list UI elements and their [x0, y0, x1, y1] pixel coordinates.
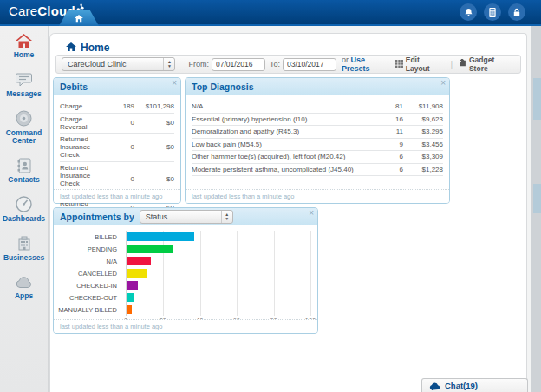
to-label: To: — [270, 60, 280, 69]
bar-track — [127, 267, 310, 279]
chart-row: PENDING — [57, 243, 126, 255]
table-row: Essential (primary) hypertension (I10)16… — [192, 114, 443, 127]
row-amount: $3,456 — [403, 140, 443, 148]
table-row: Returned Insurance Check0$0 — [60, 134, 174, 162]
bar-track — [127, 304, 310, 316]
bar-track-inner — [127, 279, 310, 291]
row-count: 0 — [108, 143, 134, 151]
sidebar-item-command-center[interactable]: Command Center — [0, 104, 48, 152]
chat-bar[interactable]: Chat(19) — [421, 378, 528, 392]
from-date-input[interactable] — [212, 58, 265, 71]
bar-track — [127, 255, 310, 267]
gridline — [310, 231, 311, 316]
top-bar: CareCloud — [0, 0, 541, 26]
sidebar-item-label: Dashboards — [3, 215, 45, 224]
bar-track — [127, 291, 310, 304]
appointments-panel: Appointments by Status ▲▼ × BILLEDPENDIN… — [53, 207, 318, 334]
row-label: N/A — [192, 102, 377, 110]
row-label: Returned Insurance Check — [60, 135, 108, 159]
bar-label: CHECKED-OUT — [57, 294, 121, 302]
sidebar-item-apps[interactable]: Apps — [0, 267, 48, 306]
calculator-icon[interactable] — [484, 3, 501, 21]
sidebar-item-label: Contacts — [8, 176, 39, 185]
row-amount: $9,623 — [403, 115, 443, 123]
bar-track-inner — [127, 255, 310, 267]
filter-toolbar: CareCloud Clinic ▲▼ From: To: or Use Pre… — [55, 55, 521, 74]
debits-last-updated: last updated less than a minute ago — [54, 189, 180, 203]
to-date-input[interactable] — [283, 58, 336, 71]
scrollbar-track[interactable] — [531, 26, 541, 392]
table-row: N/A81$11,908 — [192, 101, 443, 114]
bar-track — [127, 243, 310, 255]
close-icon[interactable]: × — [440, 79, 446, 88]
debits-panel-header: Debits — [54, 78, 180, 95]
bar-checked-in — [127, 281, 138, 290]
sidebar-item-dashboards[interactable]: Dashboards — [0, 190, 48, 229]
appointments-title: Appointments by — [60, 212, 134, 222]
row-count: 81 — [377, 102, 403, 110]
bar-checked-out — [127, 293, 134, 302]
bar-label: PENDING — [57, 245, 121, 253]
row-count: 16 — [377, 115, 403, 123]
sidebar-item-label: Command Center — [0, 129, 48, 147]
dashboards-icon — [16, 196, 33, 213]
breadcrumb: Home — [66, 40, 109, 56]
grid-icon — [395, 60, 403, 69]
bar-track-inner — [127, 231, 310, 243]
row-label: Charge — [60, 102, 108, 110]
command-center-icon — [16, 110, 33, 127]
edit-layout-button[interactable]: Edit Layout — [395, 56, 446, 73]
sidebar-item-messages[interactable]: Messages — [0, 65, 48, 104]
bar-pending — [127, 245, 173, 253]
bar-label: BILLED — [57, 233, 121, 241]
bar-track-inner — [127, 291, 310, 304]
bar-cancelled — [127, 269, 147, 278]
sidebar-item-label: Businesses — [3, 254, 44, 263]
status-select[interactable]: Status ▲▼ — [140, 210, 233, 224]
bell-icon[interactable] — [460, 3, 477, 21]
page-title: Home — [81, 42, 109, 54]
breadcrumb-home-icon — [66, 40, 76, 56]
chart-row: MANUALLY BILLED — [57, 304, 126, 316]
appointments-panel-header: Appointments by Status ▲▼ — [54, 208, 317, 225]
sidebar-item-label: Home — [14, 51, 35, 60]
practice-select[interactable]: CareCloud Clinic ▲▼ — [62, 57, 175, 71]
chart-plot-area — [126, 231, 310, 316]
contacts-icon — [16, 157, 33, 174]
home-tab-icon — [75, 10, 83, 26]
top-diagnosis-panel-header: Top Diagnosis — [186, 78, 449, 95]
sidebar-item-home[interactable]: Home — [0, 26, 48, 65]
row-amount: $3,309 — [403, 153, 443, 160]
row-count: 0 — [108, 119, 134, 127]
sidebar-item-businesses[interactable]: Businesses — [0, 229, 48, 268]
bar-billed — [127, 232, 194, 241]
table-row: Moderate persistent asthma, uncomplicate… — [192, 164, 443, 177]
bar-manually-billed — [127, 305, 132, 314]
scrollbar-thumb[interactable] — [533, 78, 541, 120]
main-content: Home CareCloud Clinic ▲▼ From: To: or Us… — [49, 33, 527, 392]
sidebar-item-label: Apps — [15, 292, 33, 301]
row-count: 11 — [377, 127, 403, 135]
edge-fragment — [533, 184, 541, 213]
bar-label: CHECKED-IN — [57, 282, 121, 290]
row-label: Demoralization and apathy (R45.3) — [192, 127, 377, 135]
table-row: Demoralization and apathy (R45.3)11$3,29… — [192, 126, 443, 139]
row-label: Charge Reversal — [60, 115, 108, 131]
bar-label: MANUALLY BILLED — [57, 306, 121, 314]
bar-label: CANCELLED — [57, 270, 121, 278]
chat-icon — [429, 378, 440, 392]
bar-track — [127, 279, 310, 291]
bar-track-inner — [127, 243, 310, 255]
chart-row: BILLED — [57, 231, 126, 243]
messages-icon — [16, 71, 33, 88]
bar-track — [127, 231, 310, 243]
lock-icon[interactable] — [508, 3, 525, 21]
chat-label: Chat(19) — [445, 381, 478, 390]
gadget-store-button[interactable]: Gadget Store — [458, 56, 515, 73]
close-icon[interactable]: × — [172, 79, 177, 88]
bar-track-inner — [127, 267, 310, 279]
close-icon[interactable]: × — [309, 209, 314, 218]
sidebar-item-contacts[interactable]: Contacts — [0, 151, 48, 190]
toolbar-right: Edit Layout | Gadget Store — [395, 56, 515, 73]
chart-row: N/A — [57, 255, 126, 267]
